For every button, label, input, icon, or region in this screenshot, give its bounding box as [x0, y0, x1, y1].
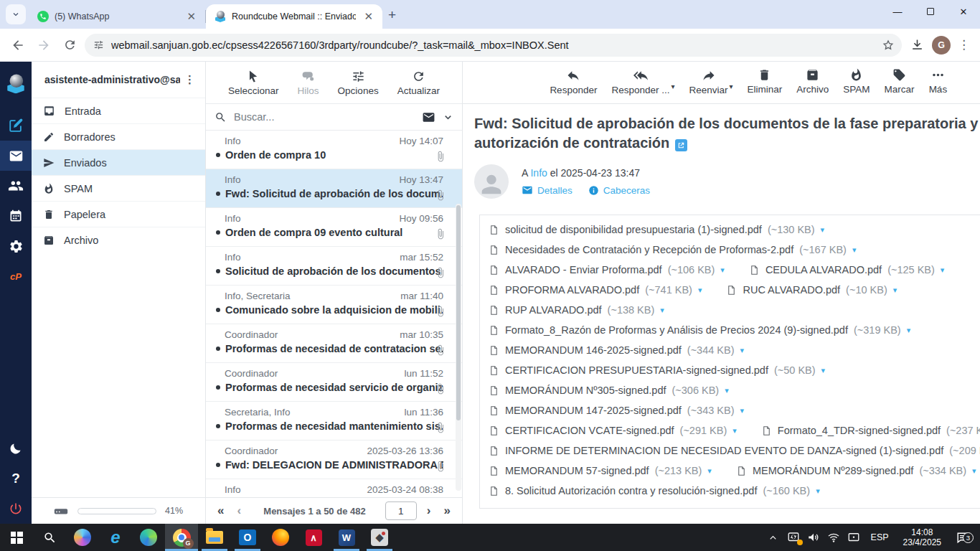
last-page-icon[interactable]: »	[441, 504, 453, 518]
tab-search-button[interactable]	[6, 4, 26, 24]
attachment[interactable]: MEMORANDUM 147-2025-signed.pdf(~343 KB)▾	[489, 400, 744, 420]
cpanel-button[interactable]: cP	[0, 261, 32, 291]
attachment-menu-icon[interactable]: ▾	[941, 265, 945, 275]
search-options-chevron-icon[interactable]	[443, 112, 453, 123]
taskbar-acrobat-button[interactable]: ∧	[297, 524, 330, 551]
attachment[interactable]: RUC ALVARADO.pdf(~10 KB)▾	[726, 280, 897, 300]
delete-button[interactable]: Eliminar	[748, 68, 783, 95]
attachment-menu-icon[interactable]: ▾	[707, 466, 712, 476]
taskbar-edge-button[interactable]	[132, 524, 165, 551]
tray-display-icon[interactable]	[845, 531, 862, 544]
taskbar-java-button[interactable]: ◆	[363, 524, 396, 551]
taskbar-chrome-button[interactable]: G	[165, 524, 198, 551]
tab-close-icon[interactable]: ✕	[362, 10, 375, 23]
reply-all-button[interactable]: Responder ...	[611, 68, 669, 95]
attachment[interactable]: ALVARADO - Enviar Proforma.pdf(~106 KB)▾	[489, 260, 725, 280]
attachment[interactable]: CERTIFICACION VCATE-signed.pdf(~291 KB)▾	[489, 420, 737, 441]
tray-chevron-up-icon[interactable]	[765, 532, 782, 543]
start-button[interactable]	[0, 524, 33, 551]
more-button[interactable]: Más	[929, 68, 948, 95]
select-button[interactable]: Seleccionar	[228, 70, 279, 96]
attachment-menu-icon[interactable]: ▾	[907, 326, 911, 335]
message-row[interactable]: Secretaria, Infolun 11:36 Proformas de n…	[206, 402, 462, 441]
attachment[interactable]: RUP ALVARADO.pdf(~138 KB)▾	[489, 300, 664, 320]
first-page-icon[interactable]: «	[215, 504, 227, 518]
attachment-menu-icon[interactable]: ▾	[725, 386, 729, 395]
mark-button[interactable]: Marcar	[885, 68, 915, 95]
attachment[interactable]: CEDULA ALVARADO.pdf(~125 KB)▾	[749, 260, 945, 280]
contacts-nav-button[interactable]	[0, 171, 32, 201]
folder-item-entrada[interactable]: Entrada	[32, 98, 205, 123]
folder-item-spam[interactable]: SPAM	[32, 175, 205, 201]
message-row[interactable]: Info2025-03-24 08:38	[206, 479, 462, 497]
attachment[interactable]: solicitud de disponibilidad presupuestar…	[489, 220, 824, 240]
page-number-input[interactable]	[385, 501, 417, 520]
attachment[interactable]: MEMORÁNDUM Nº289-signed.pdf(~334 KB)▾	[736, 461, 976, 481]
attachment-menu-icon[interactable]: ▾	[740, 346, 745, 355]
url-bar[interactable]: webmail.sanjuan.gob.ec/cpsess4226567160/…	[85, 34, 902, 57]
calendar-nav-button[interactable]	[0, 201, 32, 231]
forward-icon[interactable]	[33, 34, 55, 56]
details-toggle[interactable]: Detalles	[522, 184, 573, 196]
reply-button[interactable]: Responder	[550, 68, 597, 95]
attachment-menu-icon[interactable]: ▾	[821, 366, 826, 375]
site-settings-icon[interactable]	[93, 39, 104, 50]
downloads-icon[interactable]	[906, 34, 928, 56]
archive-button[interactable]: Archivo	[796, 68, 829, 95]
attachment[interactable]: CERTIFICACION PRESUPUESTARIA-signed-sign…	[489, 360, 825, 380]
folder-item-papelera[interactable]: Papelera	[32, 201, 205, 227]
attachment-menu-icon[interactable]: ▾	[852, 245, 857, 255]
taskbar-search-button[interactable]	[33, 524, 66, 551]
tray-language[interactable]: ESP	[865, 532, 895, 542]
attachment[interactable]: MEMORÁNDUM Nº305-signed.pdf(~306 KB)▾	[489, 380, 729, 400]
taskbar-outlook-button[interactable]: O	[231, 524, 264, 551]
attachment[interactable]: INFORME DE DETERMINACION DE NECESIDAD EV…	[489, 441, 980, 461]
tray-clock[interactable]: 14:08 23/4/2025	[897, 527, 947, 547]
browser-menu-icon[interactable]: ⋮	[955, 37, 973, 52]
attachment-menu-icon[interactable]: ▾	[821, 225, 825, 235]
attachment[interactable]: Necesidades de Contratación y Recepción …	[489, 240, 856, 260]
tab-roundcube[interactable]: Roundcube Webmail :: Enviados ✕	[206, 4, 382, 29]
url-text[interactable]: webmail.sanjuan.gob.ec/cpsess4226567160/…	[111, 39, 875, 51]
taskbar-word-button[interactable]: W	[330, 524, 363, 551]
new-tab-button[interactable]: +	[388, 7, 396, 23]
attachment-menu-icon[interactable]: ▾	[660, 306, 664, 315]
settings-nav-button[interactable]	[0, 231, 32, 261]
message-row[interactable]: InfoHoy 09:56 Orden de compra 09 evento …	[206, 208, 462, 247]
search-input[interactable]	[234, 111, 415, 123]
refresh-button[interactable]: Actualizar	[397, 70, 440, 96]
attachment-menu-icon[interactable]: ▾	[732, 426, 737, 435]
forward-button[interactable]: Reenviar	[689, 68, 728, 95]
message-row[interactable]: Info, Secretariamar 11:40 Comunicado sob…	[206, 286, 462, 324]
attachment-menu-icon[interactable]: ▾	[740, 406, 745, 415]
attachment[interactable]: Formato_8_Razón de Proformas y Análisis …	[489, 320, 910, 340]
recipient-link[interactable]: Info	[530, 167, 547, 179]
close-button[interactable]: ✕	[947, 0, 980, 23]
attachment[interactable]: MEMORANDUM 146-2025-signed.pdf(~344 KB)▾	[489, 340, 744, 360]
attachment-menu-icon[interactable]: ▾	[816, 486, 820, 496]
help-button[interactable]: ?	[0, 463, 32, 494]
attachment-menu-icon[interactable]: ▾	[972, 466, 976, 476]
attachment-menu-icon[interactable]: ▾	[893, 286, 897, 295]
message-row[interactable]: Infomar 15:52 Solicitud de aprobación de…	[206, 247, 462, 286]
message-row-selected[interactable]: InfoHoy 13:47 Fwd: Solicitud de aprobaci…	[206, 169, 462, 208]
tab-whatsapp[interactable]: (5) WhatsApp ✕	[29, 4, 205, 29]
message-row[interactable]: Coordinador2025-03-26 13:36 Fwd: DELEGAC…	[206, 441, 462, 479]
message-row[interactable]: InfoHoy 14:07 Orden de compra 10	[206, 131, 462, 169]
folder-item-borradores[interactable]: Borradores	[32, 123, 205, 149]
threads-button[interactable]: Hilos	[298, 70, 319, 96]
taskbar-firefox-button[interactable]	[264, 524, 297, 551]
next-page-icon[interactable]: ›	[424, 504, 434, 518]
logout-button[interactable]	[0, 494, 32, 524]
browser-profile-avatar[interactable]: G	[932, 36, 951, 55]
attachment[interactable]: 8. Solicitud Autorización contra y resol…	[489, 481, 820, 501]
taskbar-ie-button[interactable]: e	[99, 524, 132, 551]
minimize-button[interactable]: —	[881, 0, 914, 23]
open-in-new-icon[interactable]	[675, 139, 687, 151]
headers-toggle[interactable]: Cabeceras	[588, 185, 650, 196]
folder-options-icon[interactable]: ⋮	[180, 73, 199, 86]
spam-button[interactable]: SPAM	[843, 68, 870, 95]
tray-sync-icon[interactable]	[785, 531, 802, 544]
back-icon[interactable]	[7, 34, 29, 56]
taskbar-explorer-button[interactable]	[198, 524, 231, 551]
